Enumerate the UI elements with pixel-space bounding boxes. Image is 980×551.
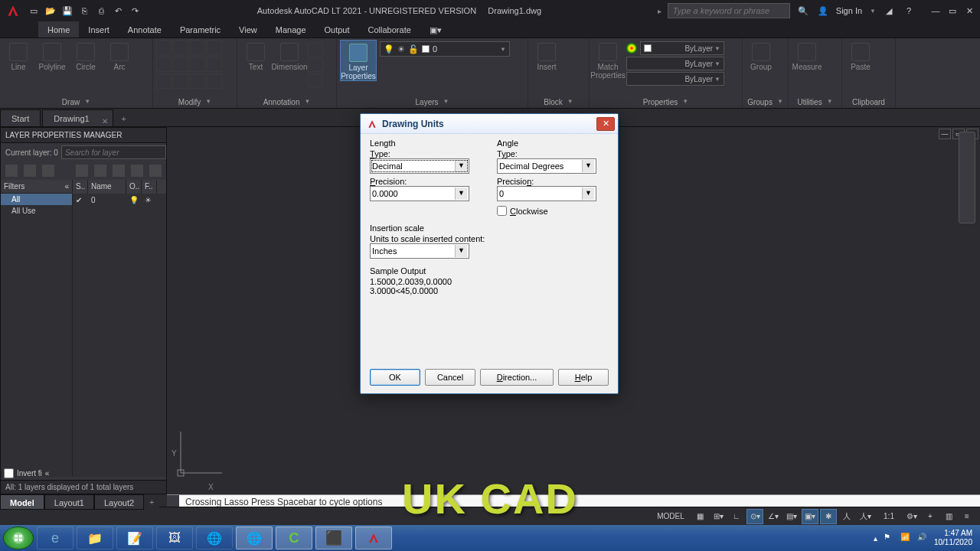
layout-add-button[interactable]: + bbox=[144, 494, 159, 510]
ortho-toggle[interactable]: ∟ bbox=[728, 509, 745, 524]
layer-tool-row-1[interactable] bbox=[380, 60, 510, 72]
tray-flag-icon[interactable]: ⚑ bbox=[884, 533, 894, 543]
user-icon[interactable]: 👤 bbox=[816, 4, 830, 18]
autoconstrain-toggle[interactable]: ▤▾ bbox=[783, 509, 800, 524]
tab-start[interactable]: Start bbox=[0, 109, 41, 126]
length-type-dropdown[interactable]: Decimal▼ bbox=[370, 158, 469, 174]
monitor-toggle[interactable]: + bbox=[922, 509, 939, 524]
close-window-button[interactable]: ✕ bbox=[962, 4, 977, 18]
tab-add-button[interactable]: + bbox=[115, 111, 133, 126]
app-switcher-icon[interactable]: ◢ bbox=[882, 4, 896, 18]
search-icon[interactable]: 🔍 bbox=[796, 4, 810, 18]
minimize-button[interactable]: — bbox=[928, 4, 943, 18]
workspace-switcher[interactable]: ⚙▾ bbox=[903, 509, 920, 524]
tab-layout2[interactable]: Layout2 bbox=[94, 494, 144, 510]
tray-up-icon[interactable]: ▴ bbox=[874, 534, 877, 543]
layer-dd-icon[interactable]: ▼ bbox=[500, 46, 506, 53]
snap-toggle[interactable]: ⊞▾ bbox=[710, 509, 727, 524]
lpm-toolbar[interactable] bbox=[1, 161, 166, 180]
lpm-layer-list[interactable]: S.. Name O.. F.. ✔ 0 💡 ☀ bbox=[73, 180, 166, 477]
ribbon-tab-parametric[interactable]: Parametric bbox=[171, 21, 230, 37]
help-button[interactable]: Help bbox=[558, 369, 609, 386]
insert-block-button[interactable]: Insert bbox=[531, 40, 562, 71]
ok-button[interactable]: OK bbox=[370, 369, 420, 386]
collapse-tree-icon[interactable]: « bbox=[64, 180, 69, 193]
taskbar-explorer[interactable]: 📁 bbox=[77, 527, 113, 549]
tray-clock[interactable]: 1:47 AM 10/11/2020 bbox=[934, 529, 972, 547]
isodraft-toggle[interactable]: ∠▾ bbox=[765, 509, 782, 524]
canvas-min-icon[interactable]: — bbox=[939, 129, 951, 139]
tab-model[interactable]: Model bbox=[0, 494, 44, 510]
col-status[interactable]: S.. bbox=[73, 180, 88, 194]
tray-volume-icon[interactable]: 🔊 bbox=[917, 533, 928, 543]
lpm-search-input[interactable] bbox=[61, 145, 166, 159]
direction-button[interactable]: Direction... bbox=[480, 369, 554, 386]
tab-layout1[interactable]: Layout1 bbox=[44, 494, 94, 510]
ribbon-tab-annotate[interactable]: Annotate bbox=[119, 21, 171, 37]
help-search-input[interactable] bbox=[668, 3, 790, 18]
draw-line-button[interactable]: Line bbox=[3, 40, 34, 71]
color-dropdown[interactable]: ByLayer▼ bbox=[640, 41, 724, 55]
nav-bar[interactable] bbox=[959, 132, 975, 223]
signin-dropdown-icon[interactable]: ▼ bbox=[870, 8, 876, 15]
lpm-invert-filter[interactable]: Invert fi« bbox=[4, 468, 49, 478]
lineweight-dropdown[interactable]: ByLayer▼ bbox=[626, 57, 724, 70]
text-button[interactable]: Text bbox=[240, 40, 271, 71]
polar-toggle[interactable]: ⊙▾ bbox=[746, 509, 763, 524]
cancel-button[interactable]: Cancel bbox=[425, 369, 475, 386]
ribbon-tab-insert[interactable]: Insert bbox=[79, 21, 119, 37]
properties-expand-icon[interactable]: ▼ bbox=[682, 98, 688, 106]
annotation-expand-icon[interactable]: ▼ bbox=[304, 98, 310, 106]
system-tray[interactable]: ▴ ⚑ 📶 🔊 1:47 AM 10/11/2020 bbox=[874, 529, 977, 547]
layer-tool-row-2[interactable] bbox=[380, 75, 510, 87]
taskbar-notes[interactable]: 📝 bbox=[116, 527, 153, 549]
tab-drawing1[interactable]: Drawing1✕ bbox=[42, 109, 113, 126]
lpm-filter-tree[interactable]: Filters« All All Use bbox=[1, 180, 73, 477]
qat-save-icon[interactable]: 💾 bbox=[61, 5, 74, 17]
view-scale[interactable]: 1:1 bbox=[876, 509, 902, 524]
col-on[interactable]: O.. bbox=[126, 180, 142, 194]
status-model-toggle[interactable]: MODEL bbox=[652, 509, 690, 524]
modify-expand-icon[interactable]: ▼ bbox=[205, 98, 211, 106]
layer-row-0[interactable]: ✔ 0 💡 ☀ bbox=[73, 194, 166, 207]
dialog-titlebar[interactable]: Drawing Units ✕ bbox=[361, 114, 618, 134]
ribbon-tab-extra-icon[interactable]: ▣▾ bbox=[420, 21, 451, 37]
ribbon-tab-manage[interactable]: Manage bbox=[266, 21, 315, 37]
osnap-toggle[interactable]: ▣▾ bbox=[802, 509, 818, 524]
clockwise-checkbox[interactable]: Clockwise bbox=[497, 206, 609, 216]
modify-tools-grid[interactable] bbox=[156, 40, 222, 89]
tray-network-icon[interactable]: 📶 bbox=[900, 533, 911, 543]
paste-button[interactable]: Paste bbox=[845, 40, 876, 71]
signin-link[interactable]: Sign In bbox=[836, 6, 862, 15]
layers-expand-icon[interactable]: ▼ bbox=[443, 98, 449, 106]
start-button[interactable] bbox=[3, 527, 34, 549]
length-precision-dropdown[interactable]: 0.0000▼ bbox=[370, 186, 469, 201]
match-properties-button[interactable]: Match Properties bbox=[593, 40, 623, 80]
col-name[interactable]: Name bbox=[88, 180, 126, 194]
qat-undo-icon[interactable]: ↶ bbox=[112, 5, 124, 17]
annotation-scale-toggle[interactable]: ✱ bbox=[820, 509, 837, 524]
filter-all-used[interactable]: All Use bbox=[1, 205, 72, 217]
angle-type-dropdown[interactable]: Decimal Degrees▼ bbox=[497, 158, 596, 174]
taskbar-photos[interactable]: 🖼 bbox=[156, 527, 193, 549]
dimension-button[interactable]: Dimension bbox=[274, 40, 305, 71]
measure-button[interactable]: Measure bbox=[792, 40, 822, 71]
draw-polyline-button[interactable]: Polyline bbox=[37, 40, 67, 71]
qat-plot-icon[interactable]: ⎙ bbox=[95, 5, 107, 17]
draw-expand-icon[interactable]: ▼ bbox=[84, 98, 90, 106]
ribbon-tab-view[interactable]: View bbox=[230, 21, 266, 37]
draw-circle-button[interactable]: Circle bbox=[70, 40, 101, 71]
taskbar-recorder[interactable]: ⬛ bbox=[315, 527, 352, 549]
qat-saveas-icon[interactable]: ⎘ bbox=[78, 5, 90, 17]
maximize-button[interactable]: ▭ bbox=[945, 4, 960, 18]
ribbon-tab-home[interactable]: Home bbox=[38, 21, 79, 37]
linetype-dropdown[interactable]: ByLayer▼ bbox=[626, 72, 724, 86]
group-button[interactable]: Group bbox=[746, 40, 776, 71]
taskbar-chrome[interactable]: 🌐 bbox=[196, 527, 233, 549]
filter-all[interactable]: All bbox=[1, 194, 72, 205]
customize-status-icon[interactable]: ≡ bbox=[959, 509, 975, 524]
taskbar-camtasia[interactable]: C bbox=[276, 527, 312, 549]
annoscale-dropdown[interactable]: 人▾ bbox=[857, 509, 874, 524]
block-expand-icon[interactable]: ▼ bbox=[567, 98, 573, 106]
qat-open-icon[interactable]: 📂 bbox=[44, 5, 57, 17]
